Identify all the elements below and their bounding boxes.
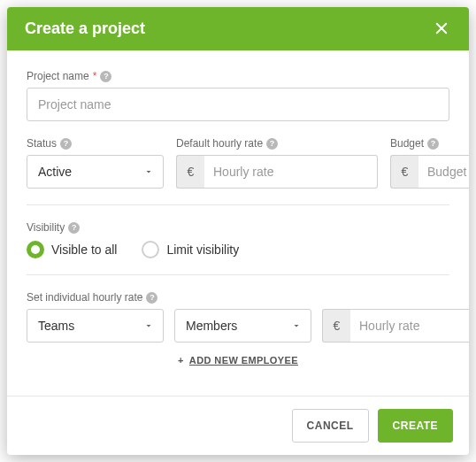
budget-input[interactable] xyxy=(418,155,469,189)
close-icon xyxy=(434,20,449,36)
currency-prefix: € xyxy=(390,155,418,189)
project-name-label: Project name * ? xyxy=(27,70,449,82)
cancel-button[interactable]: CANCEL xyxy=(292,409,369,443)
radio-circle-icon xyxy=(142,241,159,258)
label-text: Visibility xyxy=(27,221,65,234)
add-new-label: ADD NEW EMPLOYEE xyxy=(189,355,298,366)
add-new-employee-button[interactable]: + ADD NEW EMPLOYEE xyxy=(27,355,449,366)
budget-group: Budget ? € xyxy=(390,137,469,189)
modal-header: Create a project xyxy=(7,7,469,50)
status-selected-value: Active xyxy=(38,165,72,179)
caret-down-icon xyxy=(143,320,154,331)
radio-label: Visible to all xyxy=(51,243,117,257)
default-hourly-label: Default hourly rate ? xyxy=(176,137,378,150)
divider xyxy=(27,274,449,275)
status-rate-budget-row: Status ? Active Default hourly rate ? € xyxy=(27,137,449,189)
help-icon[interactable]: ? xyxy=(266,138,278,150)
teams-selected-value: Teams xyxy=(38,319,74,333)
help-icon[interactable]: ? xyxy=(427,138,439,150)
default-hourly-group: Default hourly rate ? € xyxy=(176,137,378,189)
individual-rate-group: Set individual hourly rate ? Teams Membe… xyxy=(27,291,449,366)
plus-icon: + xyxy=(178,355,184,366)
teams-select[interactable]: Teams xyxy=(27,309,164,343)
label-text: Default hourly rate xyxy=(176,137,263,150)
members-select[interactable]: Members xyxy=(174,309,311,343)
caret-down-icon xyxy=(291,320,302,331)
status-select[interactable]: Active xyxy=(27,155,164,189)
help-icon[interactable]: ? xyxy=(60,138,72,150)
individual-rate-label: Set individual hourly rate ? xyxy=(27,291,449,304)
modal-title: Create a project xyxy=(25,19,145,38)
visibility-label: Visibility ? xyxy=(27,221,449,234)
project-name-group: Project name * ? xyxy=(27,70,449,121)
members-selected-value: Members xyxy=(186,319,237,333)
help-icon[interactable]: ? xyxy=(100,71,111,82)
label-text: Budget xyxy=(390,137,424,150)
help-icon[interactable]: ? xyxy=(68,222,80,234)
divider xyxy=(27,204,449,205)
label-text: Set individual hourly rate xyxy=(27,291,142,304)
modal-body: Project name * ? Status ? Active Default xyxy=(7,50,469,396)
individual-rate-input-wrap: € xyxy=(322,309,469,343)
caret-down-icon xyxy=(143,166,154,177)
button-label: CANCEL xyxy=(307,420,354,432)
radio-limit-visibility[interactable]: Limit visibility xyxy=(142,241,239,258)
required-asterisk: * xyxy=(93,70,97,82)
radio-visible-to-all[interactable]: Visible to all xyxy=(27,241,117,258)
create-button[interactable]: CREATE xyxy=(378,409,453,443)
radio-label: Limit visibility xyxy=(166,243,239,257)
create-project-modal: Create a project Project name * ? Status… xyxy=(7,7,469,455)
individual-rate-row: Teams Members € xyxy=(27,309,449,343)
individual-rate-input[interactable] xyxy=(350,309,469,343)
budget-input-wrap: € xyxy=(390,155,469,189)
budget-label: Budget ? xyxy=(390,137,469,150)
status-label: Status ? xyxy=(27,137,164,150)
visibility-group: Visibility ? Visible to all Limit visibi… xyxy=(27,221,449,258)
label-text: Project name xyxy=(27,70,89,82)
radio-circle-icon xyxy=(27,241,44,258)
currency-prefix: € xyxy=(176,155,204,189)
button-label: CREATE xyxy=(393,420,438,432)
default-hourly-input[interactable] xyxy=(204,155,378,189)
status-group: Status ? Active xyxy=(27,137,164,189)
help-icon[interactable]: ? xyxy=(146,292,157,304)
project-name-input[interactable] xyxy=(27,88,449,121)
visibility-radio-group: Visible to all Limit visibility xyxy=(27,241,449,258)
label-text: Status xyxy=(27,137,57,150)
currency-prefix: € xyxy=(322,309,350,343)
close-button[interactable] xyxy=(434,20,451,38)
modal-footer: CANCEL CREATE xyxy=(7,396,469,455)
default-hourly-input-wrap: € xyxy=(176,155,378,189)
